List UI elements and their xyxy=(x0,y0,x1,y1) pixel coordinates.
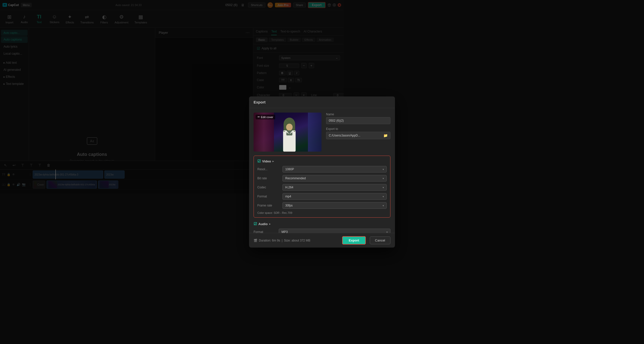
name-label: Name xyxy=(326,113,344,116)
thumbnail-box: ✏ Edit cover xyxy=(254,113,321,152)
export-dialog-overlay: Export xyxy=(0,0,344,193)
video-section-arrow-icon: ▸ xyxy=(272,160,274,163)
video-section-header: ☑ Video ▸ xyxy=(257,159,344,163)
dialog-fields: Name 0502 (6)(2) Export to C:/Users/Jaso… xyxy=(326,113,344,152)
resolution-value: 1080P xyxy=(285,167,294,171)
edit-cover-button[interactable]: ✏ Edit cover xyxy=(256,115,275,119)
edit-cover-label-text: Edit cover xyxy=(261,116,273,119)
codec-value: H.264 xyxy=(285,186,293,189)
name-input[interactable]: 0502 (6)(2) xyxy=(326,117,344,124)
export-to-label: Export to xyxy=(326,127,344,131)
name-value: 0502 (6)(2) xyxy=(329,119,344,122)
bitrate-select[interactable]: Recommended ▾ xyxy=(283,175,344,182)
format-row: Format mp4 ▾ xyxy=(257,193,344,193)
export-to-value: C:/Users/Jason/AppD... xyxy=(329,134,344,137)
dialog-body: ✏ Edit cover Name 0502 (6)(2) Export to xyxy=(249,108,344,193)
dialog-top-row: ✏ Edit cover Name 0502 (6)(2) Export to xyxy=(254,113,344,152)
codec-row: Codec H.264 ▾ xyxy=(257,184,344,191)
resolution-row: Resol... 1080P ▾ xyxy=(257,166,344,173)
resolution-label: Resol... xyxy=(257,167,280,171)
resolution-select[interactable]: 1080P ▾ xyxy=(283,166,344,173)
name-field-row: Name 0502 (6)(2) xyxy=(326,113,344,124)
video-check-icon: ☑ xyxy=(257,159,261,163)
format-select[interactable]: mp4 ▾ xyxy=(283,193,344,193)
dialog-title: Export xyxy=(249,96,344,108)
codec-select[interactable]: H.264 ▾ xyxy=(283,184,344,191)
svg-point-6 xyxy=(286,123,293,130)
codec-label: Codec xyxy=(257,186,280,189)
video-export-section: ☑ Video ▸ Resol... 1080P ▾ Bit rate Reco… xyxy=(254,156,344,193)
bitrate-value: Recommended xyxy=(285,177,306,180)
export-to-input[interactable]: C:/Users/Jason/AppD... 📁 xyxy=(326,132,344,139)
bitrate-label: Bit rate xyxy=(257,177,280,180)
video-section-label: Video xyxy=(262,159,271,163)
edit-cover-icon: ✏ xyxy=(258,115,260,119)
export-to-field-row: Export to C:/Users/Jason/AppD... 📁 xyxy=(326,127,344,139)
svg-rect-7 xyxy=(286,130,292,135)
bitrate-row: Bit rate Recommended ▾ xyxy=(257,175,344,182)
export-dialog: Export xyxy=(249,96,344,193)
